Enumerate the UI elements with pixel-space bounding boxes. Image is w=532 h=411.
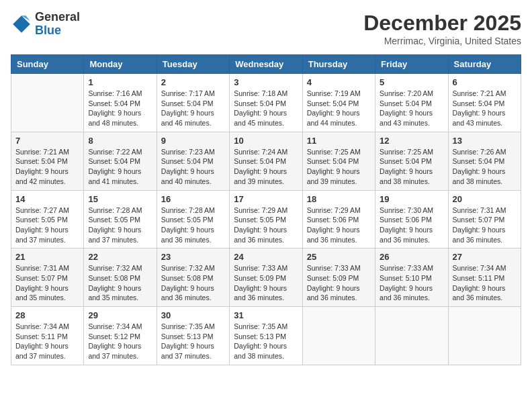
calendar-cell: 30Sunrise: 7:35 AMSunset: 5:13 PMDayligh… — [157, 307, 229, 365]
day-info: Sunrise: 7:31 AMSunset: 5:07 PMDaylight:… — [15, 263, 79, 303]
weekday-header: Thursday — [302, 55, 375, 74]
day-number: 10 — [234, 136, 298, 146]
day-number: 21 — [15, 252, 79, 262]
weekday-header: Friday — [375, 55, 448, 74]
day-number: 8 — [88, 136, 152, 146]
day-number: 31 — [234, 310, 298, 320]
day-info: Sunrise: 7:24 AMSunset: 5:04 PMDaylight:… — [234, 147, 298, 187]
day-info: Sunrise: 7:28 AMSunset: 5:05 PMDaylight:… — [161, 205, 225, 245]
calendar-cell: 12Sunrise: 7:25 AMSunset: 5:04 PMDayligh… — [375, 132, 448, 190]
calendar-cell: 13Sunrise: 7:26 AMSunset: 5:04 PMDayligh… — [448, 132, 521, 190]
calendar-cell: 7Sunrise: 7:21 AMSunset: 5:04 PMDaylight… — [11, 132, 84, 190]
calendar-cell: 8Sunrise: 7:22 AMSunset: 5:04 PMDaylight… — [84, 132, 157, 190]
day-number: 7 — [15, 136, 79, 146]
day-info: Sunrise: 7:25 AMSunset: 5:04 PMDaylight:… — [307, 147, 371, 187]
weekday-header: Wednesday — [230, 55, 302, 74]
calendar-cell: 9Sunrise: 7:23 AMSunset: 5:04 PMDaylight… — [157, 132, 229, 190]
day-info: Sunrise: 7:23 AMSunset: 5:04 PMDaylight:… — [161, 147, 225, 187]
day-info: Sunrise: 7:21 AMSunset: 5:04 PMDaylight:… — [453, 89, 517, 128]
calendar-cell — [302, 307, 375, 365]
day-number: 14 — [15, 194, 79, 204]
day-info: Sunrise: 7:25 AMSunset: 5:04 PMDaylight:… — [380, 147, 443, 187]
day-info: Sunrise: 7:29 AMSunset: 5:06 PMDaylight:… — [307, 205, 371, 245]
calendar-week-row: 1Sunrise: 7:16 AMSunset: 5:04 PMDaylight… — [11, 74, 521, 132]
weekday-header: Tuesday — [157, 55, 229, 74]
day-info: Sunrise: 7:35 AMSunset: 5:13 PMDaylight:… — [161, 322, 225, 361]
day-number: 2 — [161, 77, 225, 87]
calendar-week-row: 7Sunrise: 7:21 AMSunset: 5:04 PMDaylight… — [11, 132, 521, 190]
calendar-week-row: 21Sunrise: 7:31 AMSunset: 5:07 PMDayligh… — [11, 248, 521, 307]
page-header: General Blue December 2025 Merrimac, Vir… — [11, 11, 521, 46]
day-number: 29 — [88, 310, 152, 320]
day-info: Sunrise: 7:32 AMSunset: 5:08 PMDaylight:… — [161, 263, 225, 303]
calendar-cell: 20Sunrise: 7:31 AMSunset: 5:07 PMDayligh… — [448, 190, 521, 248]
day-number: 22 — [88, 252, 152, 262]
day-info: Sunrise: 7:21 AMSunset: 5:04 PMDaylight:… — [15, 147, 79, 187]
day-number: 23 — [161, 252, 225, 262]
calendar-cell: 23Sunrise: 7:32 AMSunset: 5:08 PMDayligh… — [157, 248, 229, 307]
day-info: Sunrise: 7:33 AMSunset: 5:09 PMDaylight:… — [234, 263, 298, 303]
calendar-cell: 31Sunrise: 7:35 AMSunset: 5:13 PMDayligh… — [230, 307, 302, 365]
calendar-cell: 26Sunrise: 7:33 AMSunset: 5:10 PMDayligh… — [375, 248, 448, 307]
day-info: Sunrise: 7:26 AMSunset: 5:04 PMDaylight:… — [453, 147, 517, 187]
calendar-cell: 22Sunrise: 7:32 AMSunset: 5:08 PMDayligh… — [84, 248, 157, 307]
day-info: Sunrise: 7:33 AMSunset: 5:10 PMDaylight:… — [380, 263, 443, 303]
calendar-cell: 2Sunrise: 7:17 AMSunset: 5:04 PMDaylight… — [157, 74, 229, 132]
day-number: 13 — [453, 136, 517, 146]
calendar-cell: 1Sunrise: 7:16 AMSunset: 5:04 PMDaylight… — [84, 74, 157, 132]
day-info: Sunrise: 7:18 AMSunset: 5:04 PMDaylight:… — [234, 89, 298, 128]
day-info: Sunrise: 7:19 AMSunset: 5:04 PMDaylight:… — [307, 89, 371, 128]
day-info: Sunrise: 7:29 AMSunset: 5:05 PMDaylight:… — [234, 205, 298, 245]
day-number: 24 — [234, 252, 298, 262]
weekday-header: Sunday — [11, 55, 84, 74]
calendar-cell: 15Sunrise: 7:28 AMSunset: 5:05 PMDayligh… — [84, 190, 157, 248]
calendar-cell: 11Sunrise: 7:25 AMSunset: 5:04 PMDayligh… — [302, 132, 375, 190]
day-number: 12 — [380, 136, 443, 146]
calendar-cell: 24Sunrise: 7:33 AMSunset: 5:09 PMDayligh… — [230, 248, 302, 307]
calendar-cell — [448, 307, 521, 365]
logo-text: General Blue — [35, 11, 80, 38]
calendar-cell — [375, 307, 448, 365]
day-number: 26 — [380, 252, 443, 262]
day-number: 25 — [307, 252, 371, 262]
day-info: Sunrise: 7:17 AMSunset: 5:04 PMDaylight:… — [161, 89, 225, 128]
day-info: Sunrise: 7:34 AMSunset: 5:12 PMDaylight:… — [88, 322, 152, 361]
day-info: Sunrise: 7:35 AMSunset: 5:13 PMDaylight:… — [234, 322, 298, 361]
day-number: 15 — [88, 194, 152, 204]
calendar-cell: 18Sunrise: 7:29 AMSunset: 5:06 PMDayligh… — [302, 190, 375, 248]
calendar-cell: 21Sunrise: 7:31 AMSunset: 5:07 PMDayligh… — [11, 248, 84, 307]
day-info: Sunrise: 7:27 AMSunset: 5:05 PMDaylight:… — [15, 205, 79, 245]
title-block: December 2025 Merrimac, Virginia, United… — [363, 11, 521, 46]
calendar-cell: 5Sunrise: 7:20 AMSunset: 5:04 PMDaylight… — [375, 74, 448, 132]
day-number: 4 — [307, 77, 371, 87]
calendar-cell: 29Sunrise: 7:34 AMSunset: 5:12 PMDayligh… — [84, 307, 157, 365]
day-info: Sunrise: 7:32 AMSunset: 5:08 PMDaylight:… — [88, 263, 152, 303]
calendar-cell: 27Sunrise: 7:34 AMSunset: 5:11 PMDayligh… — [448, 248, 521, 307]
weekday-header: Monday — [84, 55, 157, 74]
calendar-cell: 14Sunrise: 7:27 AMSunset: 5:05 PMDayligh… — [11, 190, 84, 248]
day-number: 28 — [15, 310, 79, 320]
calendar-cell: 3Sunrise: 7:18 AMSunset: 5:04 PMDaylight… — [230, 74, 302, 132]
day-number: 18 — [307, 194, 371, 204]
day-number: 19 — [380, 194, 443, 204]
day-number: 6 — [453, 77, 517, 87]
day-info: Sunrise: 7:34 AMSunset: 5:11 PMDaylight:… — [453, 263, 517, 303]
location: Merrimac, Virginia, United States — [363, 36, 521, 46]
calendar-header-row: SundayMondayTuesdayWednesdayThursdayFrid… — [11, 55, 521, 74]
calendar-cell: 6Sunrise: 7:21 AMSunset: 5:04 PMDaylight… — [448, 74, 521, 132]
day-info: Sunrise: 7:20 AMSunset: 5:04 PMDaylight:… — [380, 89, 443, 128]
calendar-cell: 25Sunrise: 7:33 AMSunset: 5:09 PMDayligh… — [302, 248, 375, 307]
day-number: 9 — [161, 136, 225, 146]
calendar-cell: 17Sunrise: 7:29 AMSunset: 5:05 PMDayligh… — [230, 190, 302, 248]
day-info: Sunrise: 7:16 AMSunset: 5:04 PMDaylight:… — [88, 89, 152, 128]
logo-icon — [11, 13, 32, 35]
day-number: 16 — [161, 194, 225, 204]
calendar-cell: 4Sunrise: 7:19 AMSunset: 5:04 PMDaylight… — [302, 74, 375, 132]
calendar-cell: 10Sunrise: 7:24 AMSunset: 5:04 PMDayligh… — [230, 132, 302, 190]
calendar-cell — [11, 74, 84, 132]
weekday-header: Saturday — [448, 55, 521, 74]
day-number: 30 — [161, 310, 225, 320]
day-number: 3 — [234, 77, 298, 87]
day-info: Sunrise: 7:33 AMSunset: 5:09 PMDaylight:… — [307, 263, 371, 303]
day-number: 20 — [453, 194, 517, 204]
